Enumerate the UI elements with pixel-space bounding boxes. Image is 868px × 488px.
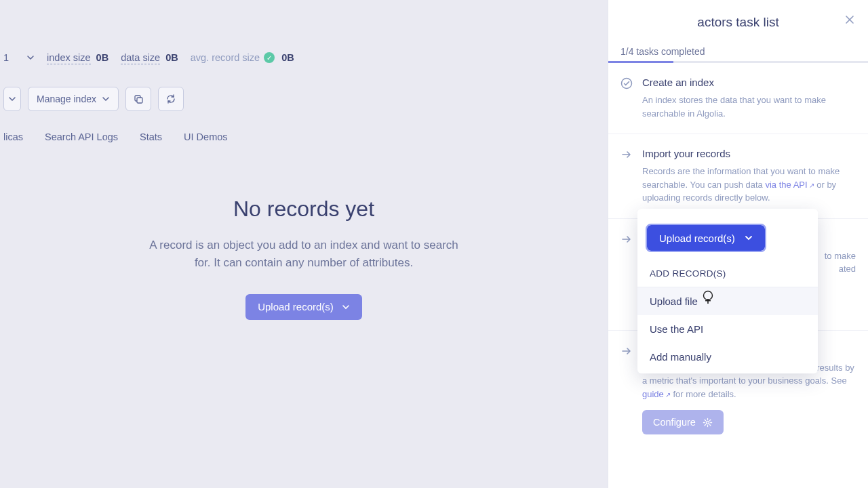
desc-text: for more details.: [671, 389, 736, 399]
progress-label: 1/4 tasks completed: [608, 39, 868, 61]
desc-fragment: ated: [839, 264, 856, 274]
task-description: Records are the information that you wan…: [642, 165, 856, 205]
arrow-right-icon: [620, 345, 633, 357]
manage-index-label: Manage index: [37, 94, 96, 104]
empty-state-title: No records yet: [27, 197, 580, 222]
task-import-records: Import your records Records are the info…: [608, 134, 868, 219]
external-link-icon: ↗: [809, 182, 814, 189]
progress-bar: [608, 61, 868, 63]
data-size-label: data size: [121, 52, 160, 64]
gear-icon: [703, 418, 713, 428]
arrow-right-icon: [620, 233, 633, 245]
task-title: Import your records: [642, 148, 856, 159]
empty-state: No records yet A record is an object you…: [0, 197, 608, 320]
svg-point-3: [706, 421, 709, 424]
copy-icon: [133, 94, 144, 104]
main-content: 1 index size 0B data size 0B avg. record…: [0, 0, 608, 488]
upload-records-popover: Upload record(s) ADD RECORD(S) Upload fi…: [637, 209, 818, 373]
configure-label: Configure: [653, 417, 696, 428]
chevron-down-icon[interactable]: [26, 54, 35, 62]
progress-fill: [608, 61, 673, 63]
via-api-link[interactable]: via the API↗: [765, 180, 814, 190]
link-text: guide: [642, 389, 664, 399]
task-create-index: Create an index An index stores the data…: [608, 63, 868, 134]
avg-record-size-stat: avg. record size ✓ 0B: [191, 52, 294, 63]
avg-record-size-value: 0B: [281, 52, 294, 63]
upload-records-label: Upload record(s): [258, 301, 334, 312]
svg-point-2: [622, 79, 632, 89]
data-size-value: 0B: [165, 52, 178, 63]
popover-use-api[interactable]: Use the API: [637, 315, 818, 343]
refresh-button[interactable]: [158, 87, 184, 111]
close-button[interactable]: [845, 15, 854, 24]
index-size-stat: index size 0B: [47, 52, 108, 63]
check-circle-icon: [620, 77, 633, 89]
chevron-down-icon: [342, 303, 350, 311]
close-icon: [845, 15, 854, 24]
stats-bar: 1 index size 0B data size 0B avg. record…: [0, 41, 608, 75]
popover-section-label: ADD RECORD(S): [637, 256, 818, 287]
leading-count: 1: [3, 52, 9, 63]
data-size-stat: data size 0B: [121, 52, 178, 63]
tab-replicas[interactable]: licas: [3, 131, 23, 142]
chevron-down-icon: [102, 95, 110, 103]
popover-add-manually[interactable]: Add manually: [637, 343, 818, 371]
chevron-down-icon: [745, 234, 753, 242]
upload-records-panel-button[interactable]: Upload record(s): [647, 225, 765, 251]
svg-rect-1: [137, 98, 142, 103]
dropdown-button-1[interactable]: [3, 87, 21, 111]
popover-upload-file[interactable]: Upload file: [637, 287, 818, 315]
manage-index-button[interactable]: Manage index: [28, 87, 119, 111]
link-text: via the API: [765, 180, 807, 190]
empty-state-description: A record is an object you add to an inde…: [144, 237, 463, 272]
panel-header: actors task list: [608, 0, 868, 39]
tab-ui-demos[interactable]: UI Demos: [184, 131, 227, 142]
configure-button[interactable]: Configure: [642, 410, 724, 434]
arrow-right-icon: [620, 148, 633, 161]
tabs: licas Search API Logs Stats UI Demos: [0, 131, 608, 142]
upload-records-label: Upload record(s): [659, 232, 735, 244]
panel-title: actors task list: [697, 15, 778, 30]
tab-stats[interactable]: Stats: [140, 131, 162, 142]
task-description: An index stores the data that you want t…: [642, 94, 856, 120]
guide-link[interactable]: guide↗: [642, 389, 671, 399]
external-link-icon: ↗: [665, 391, 671, 399]
tab-search-api-logs[interactable]: Search API Logs: [45, 131, 118, 142]
toolbar: Manage index: [0, 87, 608, 111]
index-size-value: 0B: [96, 52, 109, 63]
task-title: Create an index: [642, 77, 856, 88]
desc-fragment: to make: [825, 251, 856, 261]
index-size-label: index size: [47, 52, 90, 64]
refresh-icon: [165, 94, 176, 104]
avg-record-size-label: avg. record size: [191, 52, 260, 63]
upload-records-button[interactable]: Upload record(s): [245, 294, 362, 320]
copy-button[interactable]: [125, 87, 151, 111]
check-icon: ✓: [264, 52, 275, 63]
